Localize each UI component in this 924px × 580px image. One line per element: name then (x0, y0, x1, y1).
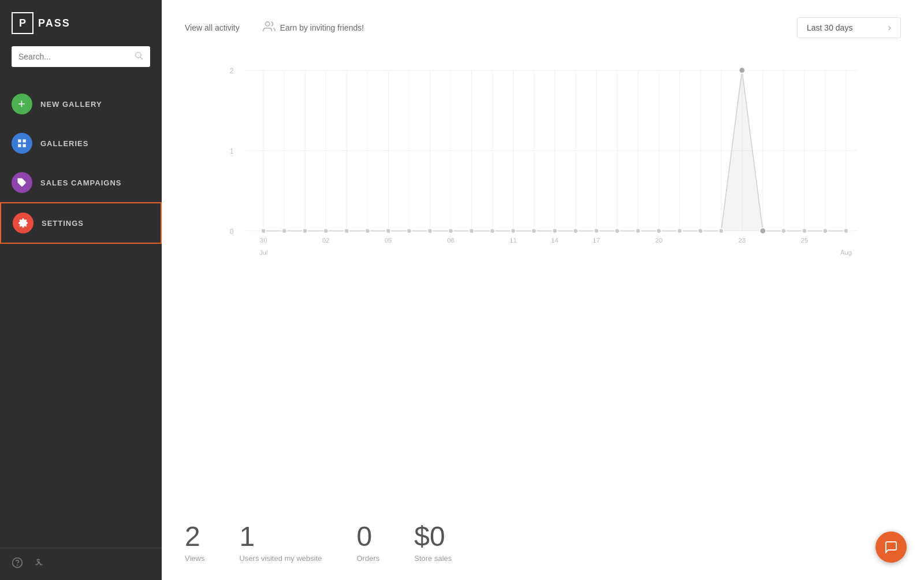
svg-text:14: 14 (551, 237, 558, 244)
logo-area: P PASS (0, 0, 162, 46)
svg-rect-4 (18, 144, 21, 147)
sidebar-bottom (0, 548, 162, 580)
stat-views-label: Views (185, 554, 204, 563)
svg-point-72 (781, 229, 786, 233)
svg-text:08: 08 (447, 237, 454, 244)
svg-point-60 (531, 229, 536, 233)
svg-point-62 (573, 229, 578, 233)
stat-orders-label: Orders (357, 554, 380, 563)
svg-point-70 (739, 68, 745, 73)
nav-items: + NEW GALLERY GALLERIES (0, 79, 162, 548)
svg-point-10 (265, 21, 269, 25)
svg-text:Aug: Aug (840, 249, 852, 256)
svg-text:2: 2 (230, 67, 234, 75)
date-filter-dropdown[interactable]: Last 30 days › (797, 17, 901, 38)
sales-campaigns-icon (12, 172, 32, 193)
svg-point-57 (469, 229, 474, 233)
svg-point-0 (136, 53, 141, 58)
stat-website-users-value: 1 (239, 523, 322, 551)
new-gallery-icon: + (12, 94, 32, 114)
svg-text:05: 05 (385, 237, 392, 244)
svg-point-69 (719, 229, 724, 233)
sidebar-label-new-gallery: NEW GALLERY (40, 100, 102, 109)
svg-point-54 (407, 229, 411, 233)
translate-icon[interactable] (35, 557, 46, 571)
sidebar-item-new-gallery[interactable]: + NEW GALLERY (0, 84, 162, 124)
sidebar-item-galleries[interactable]: GALLERIES (0, 124, 162, 163)
svg-point-71 (760, 228, 766, 234)
logo-text: PASS (38, 17, 70, 29)
main-content: View all activity Earn by inviting frien… (162, 0, 924, 580)
logo-box: P (12, 12, 33, 34)
svg-point-59 (511, 229, 515, 233)
sidebar-label-sales-campaigns: SALES CAMPAIGNS (40, 179, 121, 187)
sidebar-item-sales-campaigns[interactable]: SALES CAMPAIGNS (0, 163, 162, 202)
svg-text:1: 1 (230, 147, 234, 155)
sidebar-label-settings: SETTINGS (42, 219, 84, 228)
svg-point-56 (448, 229, 453, 233)
logo-letter: P (19, 17, 26, 29)
invite-friends-link[interactable]: Earn by inviting friends! (263, 20, 364, 36)
stats-row: 2 Views 1 Users visited my website 0 Ord… (185, 511, 901, 563)
svg-point-66 (657, 229, 661, 233)
stat-orders-value: 0 (357, 523, 380, 551)
svg-point-53 (386, 229, 390, 233)
svg-rect-2 (18, 139, 21, 142)
invite-friends-icon (263, 20, 275, 36)
top-bar-left: View all activity Earn by inviting frien… (185, 20, 364, 36)
stat-website-users: 1 Users visited my website (239, 523, 322, 563)
svg-rect-5 (23, 144, 26, 147)
svg-text:Jul: Jul (259, 249, 267, 256)
svg-rect-3 (23, 139, 26, 142)
svg-point-58 (490, 229, 494, 233)
sidebar-item-settings[interactable]: SETTINGS (0, 202, 162, 244)
svg-point-48 (282, 229, 286, 233)
svg-point-52 (365, 229, 370, 233)
date-filter-label: Last 30 days (807, 23, 852, 32)
galleries-icon (12, 133, 32, 154)
svg-text:17: 17 (593, 237, 600, 244)
help-icon[interactable] (12, 557, 23, 571)
chat-button[interactable] (875, 531, 907, 563)
svg-point-55 (427, 229, 432, 233)
svg-text:11: 11 (509, 237, 517, 244)
search-area (0, 46, 162, 79)
svg-point-51 (344, 229, 349, 233)
stat-store-sales-value: $0 (414, 523, 452, 551)
svg-text:30: 30 (260, 237, 267, 244)
svg-point-61 (552, 229, 557, 233)
stat-store-sales-label: Store sales (414, 554, 452, 563)
search-input-wrap[interactable] (12, 46, 150, 67)
chevron-down-icon: › (888, 23, 891, 33)
stat-website-users-label: Users visited my website (239, 554, 322, 563)
view-activity-link[interactable]: View all activity (185, 23, 240, 32)
search-icon (134, 51, 143, 62)
svg-point-74 (823, 229, 828, 233)
chart-container: 2 1 0 (185, 55, 901, 258)
top-bar: View all activity Earn by inviting frien… (185, 17, 901, 38)
chart-svg: 2 1 0 (185, 55, 901, 258)
chart-area: 2 1 0 (185, 55, 901, 500)
svg-line-1 (140, 57, 143, 60)
stat-views-value: 2 (185, 523, 204, 551)
svg-point-68 (698, 229, 703, 233)
invite-friends-label: Earn by inviting friends! (280, 23, 364, 32)
stat-store-sales: $0 Store sales (414, 523, 452, 563)
svg-point-67 (677, 229, 682, 233)
svg-text:23: 23 (739, 237, 746, 244)
svg-point-73 (802, 229, 807, 233)
search-input[interactable] (18, 52, 134, 61)
svg-point-65 (636, 229, 640, 233)
stat-views: 2 Views (185, 523, 204, 563)
svg-point-47 (261, 229, 266, 233)
svg-point-63 (594, 229, 599, 233)
svg-text:25: 25 (801, 237, 808, 244)
stat-orders: 0 Orders (357, 523, 380, 563)
sidebar: P PASS + NEW GALLERY (0, 0, 162, 580)
svg-text:20: 20 (655, 237, 662, 244)
svg-point-49 (303, 229, 307, 233)
svg-point-50 (323, 229, 328, 233)
svg-point-75 (844, 229, 848, 233)
settings-icon (13, 213, 33, 233)
svg-text:0: 0 (230, 228, 234, 236)
